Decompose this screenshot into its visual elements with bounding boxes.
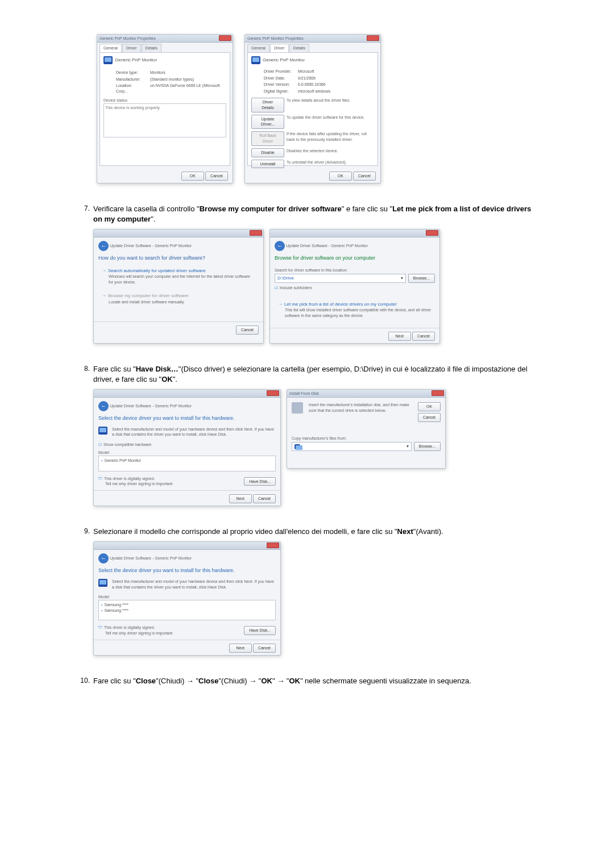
drive-combobox[interactable]: ▾ (292, 442, 412, 451)
wizard-heading: Select the device driver you want to ins… (98, 567, 276, 574)
option-search-auto-desc: Windows will search your computer and th… (109, 274, 255, 285)
monitor-icon (251, 56, 260, 64)
have-disk-button[interactable]: Have Disk... (244, 477, 276, 486)
cancel-button[interactable]: Cancel (205, 172, 228, 181)
manufacturer-label: Manufacturer: (116, 77, 150, 82)
browse-button[interactable]: Browse... (414, 442, 441, 451)
model-item[interactable]: Generic PnP Monitor (104, 458, 141, 462)
close-icon[interactable] (367, 35, 379, 41)
select-driver-instr: Select the manufacturer and model of you… (112, 427, 276, 438)
cancel-button[interactable]: Cancel (412, 332, 435, 341)
back-arrow-icon[interactable]: ← (98, 401, 109, 411)
update-driver-button[interactable]: Update Driver... (251, 115, 284, 130)
ok-button[interactable]: OK (181, 172, 204, 181)
drive-icon (294, 444, 300, 449)
cancel-button[interactable]: Cancel (253, 494, 276, 503)
back-arrow-icon[interactable]: ← (98, 241, 109, 251)
manufacturer-value: (Standard monitor types) (150, 77, 194, 81)
disable-button[interactable]: Disable (251, 148, 284, 157)
tab-driver[interactable]: Driver (122, 44, 141, 52)
model-listbox[interactable]: ▪Samsung **** ▪Samsung **** (98, 600, 276, 620)
tab-details[interactable]: Details (142, 44, 161, 52)
properties-driver-window: Generic PnP Monitor Properties General D… (244, 34, 381, 183)
rollback-desc: If the device fails after updating the d… (287, 131, 374, 146)
wizard-heading: How do you want to search for driver sof… (98, 254, 259, 262)
uninstall-desc: To uninstall the driver (Advanced). (287, 160, 374, 169)
option-pick-from-list[interactable]: →Let me pick from a list of device drive… (278, 301, 432, 307)
back-arrow-icon[interactable]: ← (98, 553, 109, 564)
option-browse-desc: Locate and install driver software manua… (109, 299, 255, 305)
monitor-icon (98, 579, 107, 587)
show-compatible-checkbox[interactable]: ☑ (98, 443, 102, 446)
driver-date-value: 6/21/2006 (298, 76, 316, 80)
signer-value: microsoft windows (298, 89, 330, 93)
path-combobox[interactable]: D:\Drive ▾ (275, 274, 406, 283)
model-item[interactable]: Samsung **** (104, 608, 128, 612)
disable-desc: Disables the selected device. (287, 148, 374, 157)
close-icon[interactable] (267, 390, 279, 396)
provider-label: Driver Provider: (264, 69, 298, 74)
close-icon[interactable] (426, 230, 438, 236)
driver-details-desc: To view details about the driver files. (287, 98, 374, 112)
close-icon[interactable] (432, 390, 444, 396)
close-icon[interactable] (219, 35, 231, 41)
wizard-crumb: Update Driver Software - Generic PnP Mon… (110, 556, 192, 560)
close-icon[interactable] (267, 542, 279, 548)
tellme-link[interactable]: Tell me why driver signing is important (105, 481, 244, 487)
show-compatible-label: Show compatible hardware (103, 443, 151, 446)
wizard-select-model-window: ← Update Driver Software - Generic PnP M… (93, 541, 281, 655)
wizard-select-driver-window: ← Update Driver Software - Generic PnP M… (93, 389, 281, 506)
shield-icon: 🛡 (98, 477, 102, 481)
close-icon[interactable] (250, 230, 262, 236)
model-header: Model (98, 450, 276, 456)
driver-details-button[interactable]: Driver Details (251, 98, 284, 112)
step10-text: Fare clic su "Close"(Chiudi) → "Close"(C… (93, 676, 534, 686)
properties-general-window: Generic PnP Monitor Properties General D… (97, 34, 233, 183)
tellme-link[interactable]: Tell me why driver signing is important (105, 631, 244, 636)
ok-button[interactable]: OK (329, 172, 352, 181)
devtype-label: Device type: (116, 70, 150, 76)
tab-general[interactable]: General (99, 44, 122, 52)
driver-date-label: Driver Date: (264, 76, 298, 81)
model-item[interactable]: Samsung **** (104, 603, 128, 607)
model-listbox[interactable]: ▪Generic PnP Monitor (98, 456, 276, 471)
option-pick-desc: This list will show installed driver sof… (285, 307, 432, 319)
signed-label: This driver is digitally signed. (104, 477, 155, 481)
location-label: Location: (116, 83, 150, 89)
browse-button[interactable]: Browse... (408, 274, 435, 283)
step-number-10: 10. (80, 676, 93, 691)
include-subfolders-label: Include subfolders (280, 286, 312, 290)
option-browse-computer[interactable]: →Browse my computer for driver software (102, 293, 255, 299)
cancel-button[interactable]: Cancel (353, 172, 376, 181)
wizard-heading: Browse for driver software on your compu… (275, 254, 435, 262)
window-title: Generic PnP Monitor Properties (247, 36, 304, 40)
tab-driver[interactable]: Driver (270, 44, 289, 52)
tab-details[interactable]: Details (289, 44, 309, 52)
cancel-button[interactable]: Cancel (253, 644, 276, 653)
device-heading: Generic PnP Monitor (115, 57, 157, 62)
wizard-search-window: ← Update Driver Software - Generic PnP M… (93, 229, 264, 344)
dialog-title: Install From Disk (289, 391, 319, 395)
have-disk-button[interactable]: Have Disk... (244, 626, 276, 635)
tab-general[interactable]: General (247, 44, 269, 52)
cancel-button[interactable]: Cancel (236, 326, 259, 335)
driver-version-value: 6.0.6000.16386 (298, 82, 326, 86)
next-button[interactable]: Next (388, 332, 411, 341)
option-search-auto[interactable]: →Search automatically for updated driver… (102, 268, 255, 274)
device-status-box: This device is working properly. (103, 103, 226, 137)
disk-icon (292, 402, 303, 414)
uninstall-button[interactable]: Uninstall (251, 160, 284, 169)
ok-button[interactable]: OK (418, 402, 441, 411)
back-arrow-icon[interactable]: ← (275, 241, 285, 251)
monitor-icon (98, 427, 107, 435)
wizard-crumb: Update Driver Software - Generic PnP Mon… (110, 404, 192, 408)
wizard-crumb: Update Driver Software - Generic PnP Mon… (110, 244, 192, 248)
shield-icon: 🛡 (98, 625, 102, 629)
next-button[interactable]: Next (229, 494, 252, 503)
signed-label: This driver is digitally signed. (104, 625, 155, 629)
device-heading: Generic PnP Monitor (263, 57, 305, 62)
cancel-button[interactable]: Cancel (418, 413, 441, 422)
next-button[interactable]: Next (229, 644, 252, 653)
step-number-8: 8. (80, 364, 93, 507)
include-subfolders-checkbox[interactable]: ☑ (275, 286, 278, 290)
